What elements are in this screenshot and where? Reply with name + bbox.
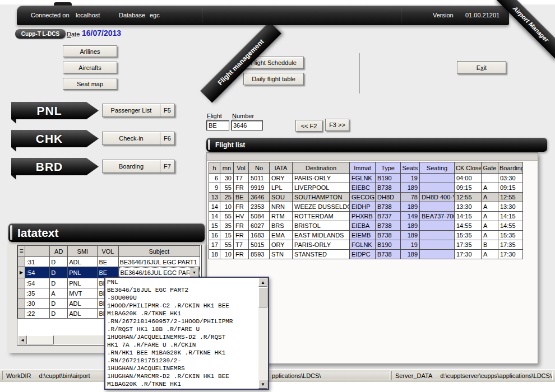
- flight-code-input[interactable]: [206, 120, 229, 130]
- flight-cell: 19: [401, 174, 420, 183]
- flight-column-header[interactable]: IATA: [270, 162, 293, 174]
- hscroll-thumb[interactable]: [27, 335, 54, 344]
- flight-column-header[interactable]: Seats: [401, 162, 420, 174]
- iatatext-cell: D: [50, 309, 68, 319]
- flight-row[interactable]: 1810FR8593STNSTANSTEDEIDPCB73818917:30A1…: [209, 250, 523, 259]
- flight-column-header[interactable]: Type: [376, 162, 401, 174]
- row-gutter: [18, 309, 25, 319]
- flight-column-header[interactable]: No: [249, 162, 270, 174]
- database-label: Database: [119, 12, 145, 18]
- iatatext-column-header[interactable]: Subject: [118, 246, 200, 257]
- exit-button[interactable]: Exit: [457, 61, 506, 74]
- scroll-down-icon[interactable]: ▼: [258, 380, 267, 389]
- popup-vscrollbar[interactable]: ▲ ▼: [258, 278, 268, 389]
- flight-cell: [420, 240, 455, 250]
- flight-row[interactable]: 1535FR6027BRSBRISTOLEIEBAB73818914:55A14…: [209, 221, 523, 231]
- flight-row[interactable]: 1455HV5084RTMROTTERDAMPHXRBB737149BEA737…: [209, 212, 523, 221]
- flight-cell: 149: [401, 212, 420, 221]
- statusbar: WorkDIR d:\cuppt\bin\airport pplications…: [0, 369, 555, 382]
- flight-cell: A: [482, 231, 498, 240]
- database-value: egc: [150, 12, 160, 18]
- flight-column-header[interactable]: Immat: [350, 162, 376, 174]
- flight-cell: 189: [401, 250, 420, 259]
- flight-cell: ORY: [270, 174, 293, 183]
- iatatext-cell: D: [50, 267, 68, 278]
- iatatext-cell: PNL: [68, 278, 98, 288]
- flight-column-header[interactable]: Destination: [293, 162, 350, 174]
- flight-row[interactable]: 955FR9919LPLLIVERPOOLEIEBCB73818909:15A0…: [209, 183, 523, 193]
- date-value: 16/07/2013: [82, 29, 121, 38]
- message-popup: PNL BE3646/16JUL EGC PART2 -SOU009U 1HOO…: [104, 277, 269, 390]
- iatatext-row[interactable]: :31DADLBEBE3646/16JUL EGC PART1: [18, 257, 200, 267]
- flight-cell: [482, 174, 498, 183]
- flight-list-titlebar: Flight list: [206, 138, 547, 152]
- flight-cell: 189: [401, 183, 420, 193]
- flight-row[interactable]: 1325BE3646SOUSOUTHAMPTONGECOGDH8D78DH8D …: [209, 193, 523, 202]
- flight-cell: WEEZE DUSSELDORF: [293, 202, 350, 212]
- brd-banner: BRD: [11, 158, 99, 175]
- flight-row[interactable]: 1755T75015ORYPARIS-ORLYFGLNKB1901917:35B…: [209, 240, 523, 250]
- chevron-down-icon[interactable]: ▼: [189, 268, 199, 277]
- flight-table[interactable]: hmnVolNoIATADestinationImmatTypeSeatsSea…: [209, 162, 523, 259]
- flight-cell: A: [482, 250, 498, 259]
- flight-cell: B190: [376, 240, 401, 250]
- passenger-list-button[interactable]: Passenger List F5: [102, 104, 175, 117]
- flight-cell: 6027: [249, 221, 270, 231]
- flight-cell: A: [482, 193, 498, 202]
- vscroll-thumb[interactable]: [258, 287, 267, 307]
- flight-cell: EIDHP: [350, 202, 376, 212]
- flight-cell: 09:15: [455, 183, 482, 193]
- flight-cell: 17: [209, 240, 220, 250]
- flight-column-header[interactable]: Gate: [482, 162, 498, 174]
- message-text: PNL BE3646/16JUL EGC PART2 -SOU009U 1HOO…: [107, 278, 257, 388]
- flight-row[interactable]: 630T75011ORYPARIS-ORLYFGLNKB1901904:0003…: [209, 174, 523, 183]
- scroll-up-icon[interactable]: ▲: [258, 278, 267, 287]
- row-gutter: [18, 288, 25, 298]
- flight-column-header[interactable]: Vol: [234, 162, 249, 174]
- boarding-button[interactable]: Boarding F7: [102, 160, 175, 173]
- flight-cell: BE: [234, 193, 249, 202]
- aircrafts-button[interactable]: Aircrafts: [63, 62, 117, 73]
- host-value: localhost: [76, 12, 100, 18]
- iatatext-cell: D: [50, 298, 68, 309]
- iatatext-column-header[interactable]: SMI: [68, 246, 98, 257]
- prev-flight-button[interactable]: << F2: [295, 120, 322, 132]
- date-label: Date: [67, 31, 80, 38]
- flight-cell: B: [482, 240, 498, 250]
- iatatext-column-header[interactable]: VOL: [98, 246, 118, 257]
- row-gutter: [18, 298, 25, 309]
- flight-cell: 6: [209, 174, 220, 183]
- flight-cell: DH8D 400-Y: [420, 193, 455, 202]
- scroll-left-icon[interactable]: ◄: [18, 335, 27, 344]
- app-tab-cupp-t-ldcs[interactable]: Cupp-T L-DCS: [15, 29, 66, 39]
- row-selector-icon: ☰: [18, 246, 25, 257]
- flight-cell: 189: [401, 202, 420, 212]
- flight-column-header[interactable]: CK Close: [455, 162, 482, 174]
- pnl-banner: PNL: [11, 102, 99, 119]
- flight-cell: 13:30: [455, 202, 482, 212]
- flight-cell: 1683: [249, 231, 270, 240]
- iatatext-column-header[interactable]: AD: [50, 246, 68, 257]
- iatatext-column-header[interactable]: [25, 246, 50, 257]
- flight-cell: 2353: [249, 202, 270, 212]
- flight-column-header[interactable]: Seating: [420, 162, 455, 174]
- seat-map-button[interactable]: Seat map: [63, 78, 117, 90]
- airlines-button[interactable]: Arilines: [63, 45, 117, 57]
- iatatext-cell: PNL: [68, 267, 98, 278]
- section-divider: [359, 53, 360, 94]
- iatatext-cell: ADL: [68, 298, 98, 309]
- flight-cell: 25: [220, 193, 234, 202]
- next-flight-button[interactable]: F3 >>: [325, 119, 349, 131]
- flight-cell: BEA737-700: [420, 212, 455, 221]
- flight-row[interactable]: 1615FR1683EMAEAST MIDLANDSEIEMBB73818915…: [209, 231, 523, 240]
- flight-column-header[interactable]: mn: [220, 162, 234, 174]
- flight-number-input[interactable]: [231, 120, 263, 130]
- flight-cell: SOU: [270, 193, 293, 202]
- flight-cell: 13: [209, 193, 220, 202]
- flight-row[interactable]: 1410FR2353NRNWEEZE DUSSELDORFEIDHPB73818…: [209, 202, 523, 212]
- subject-combobox-value: BE3646/16JUL EGC PART2: [119, 269, 189, 276]
- flight-column-header[interactable]: h: [209, 162, 220, 174]
- flight-column-header[interactable]: Boarding: [498, 162, 523, 174]
- check-in-button[interactable]: Check-in F6: [102, 132, 175, 145]
- daily-flight-table-button[interactable]: Daily flight table: [243, 73, 304, 85]
